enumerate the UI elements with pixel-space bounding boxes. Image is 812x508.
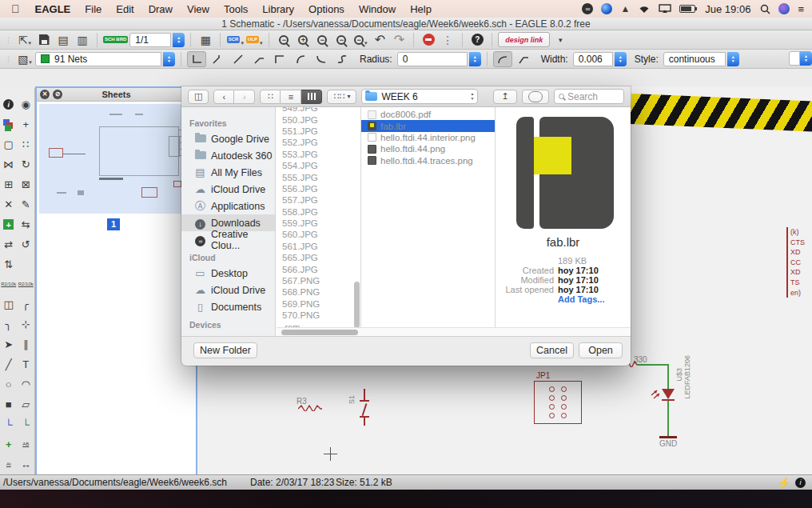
airplay-icon[interactable] — [659, 4, 671, 14]
info-tool-icon[interactable]: i — [1, 97, 17, 113]
led-symbol[interactable] — [662, 389, 675, 399]
sidebar-toggle-icon[interactable]: ◫ — [188, 90, 209, 104]
mark-tool-icon[interactable]: + — [18, 117, 34, 133]
open-file-icon[interactable]: ⇱▾ — [16, 32, 34, 48]
cancel-button[interactable]: Cancel — [530, 342, 574, 358]
cut-swap-tool-icon[interactable]: ⇅ — [1, 257, 17, 273]
icon-view-icon[interactable]: ∷ — [260, 90, 281, 104]
file-row-554-jpg[interactable]: 554.JPG — [276, 160, 360, 171]
width-stepper[interactable]: ▲▼ — [615, 52, 627, 66]
options-dots-icon[interactable]: ⋮ — [439, 32, 456, 48]
menu-item-eagle[interactable]: EAGLE — [28, 3, 78, 15]
menu-item-window[interactable]: Window — [352, 3, 403, 15]
run-ulp-icon[interactable]: ULP▾ — [245, 32, 263, 48]
layer-select-stepper[interactable]: ▲▼ — [163, 52, 175, 66]
display-layers-tool-icon[interactable] — [1, 117, 17, 133]
location-dropdown[interactable]: WEEK 6 ▲▼ — [361, 89, 478, 104]
bend-style-4-button[interactable] — [249, 51, 269, 67]
sidebar-item-creative-clou-[interactable]: ∞Creative Clou... — [181, 231, 275, 248]
style-stepper[interactable]: ▲▼ — [727, 52, 739, 66]
file-row-hello-ftdi-44-interior-png[interactable]: hello.ftdi.44.interior.png — [361, 132, 495, 143]
file-row-566-jpg[interactable]: 566.JPG — [276, 263, 360, 274]
sheet-1-badge[interactable]: 1 — [107, 218, 120, 230]
miter-straight-button[interactable] — [514, 51, 533, 67]
file-row-551-jpg[interactable]: 551.JPG — [276, 126, 360, 137]
google-drive-icon[interactable]: ▲ — [620, 3, 630, 14]
invoke-tool-icon[interactable]: ➤ — [1, 337, 17, 353]
net-tool-icon[interactable]: └ — [18, 417, 34, 433]
change-tool-icon[interactable]: ✎ — [18, 197, 34, 213]
zoom-in-icon[interactable]: + — [294, 32, 312, 48]
bus-tool-icon[interactable]: └ — [1, 417, 17, 433]
undo-icon[interactable]: ↶ — [371, 32, 388, 48]
sidebar-item-icloud-drive[interactable]: ☁iCloud Drive — [181, 181, 275, 198]
bend-style-1-button[interactable] — [187, 51, 206, 67]
bend-style-7-button[interactable] — [312, 51, 331, 67]
info-ball-icon[interactable]: i — [795, 478, 806, 488]
save-icon[interactable] — [35, 32, 53, 48]
file-row-549-jpg[interactable]: 549.JPG — [276, 107, 360, 114]
list-view-icon[interactable]: ≡ — [281, 90, 301, 104]
run-script-icon[interactable]: SCR▾ — [226, 32, 244, 48]
siri-icon[interactable] — [778, 3, 790, 14]
split-tool-icon[interactable]: ∥ — [18, 337, 34, 353]
horizontal-scrollbar[interactable] — [277, 327, 631, 336]
notification-center-icon[interactable]: ≡ — [798, 3, 804, 15]
pin-swap-tool-icon[interactable]: ⇄ — [1, 237, 17, 253]
design-link-button[interactable]: design link — [498, 32, 550, 47]
column-view-icon[interactable] — [301, 90, 322, 104]
file-row-550-jpg[interactable]: 550.JPG — [276, 114, 360, 125]
file-row-doc8006-pdf[interactable]: doc8006.pdf — [361, 109, 495, 120]
stop-icon[interactable] — [420, 32, 437, 48]
replace-tool-icon[interactable]: ↺ — [18, 237, 34, 253]
help-icon[interactable]: ? — [468, 32, 486, 48]
browser-swirl-icon[interactable] — [601, 3, 612, 14]
file-row-569-png[interactable]: 569.PNG — [276, 298, 360, 310]
arc-tool-icon[interactable]: ◠ — [18, 377, 34, 393]
add-tags-link[interactable]: Add Tags... — [558, 294, 604, 304]
panel-close-icon[interactable]: ✕ — [40, 90, 50, 99]
file-row-555-jpg[interactable]: 555.JPG — [276, 171, 360, 182]
file-row-557-jpg[interactable]: 557.JPG — [276, 194, 360, 206]
library-icon[interactable]: ▦ — [197, 32, 214, 48]
print-icon[interactable]: ▤ — [54, 32, 72, 48]
menu-item-options[interactable]: Options — [301, 3, 352, 15]
sidebar-item-all-my-files[interactable]: ▤All My Files — [181, 164, 275, 181]
value-r2-tool-icon[interactable]: R2/10k — [1, 277, 17, 293]
sidebar-item-applications[interactable]: ⒶApplications — [181, 198, 275, 214]
copy-tool-icon[interactable]: ⊞ — [1, 177, 17, 193]
panel-detach-icon[interactable]: ⊘ — [53, 90, 62, 99]
menu-item-view[interactable]: View — [180, 3, 217, 15]
gate-swap-tool-icon[interactable]: ⇆ — [18, 217, 34, 233]
text-tool-icon[interactable]: T — [18, 357, 34, 373]
sheet-number-stepper[interactable]: ▲▼ — [173, 33, 185, 47]
jp1-header-symbol[interactable] — [534, 381, 582, 424]
bend-style-6-button[interactable] — [291, 51, 310, 67]
miter-round-button[interactable] — [493, 51, 512, 67]
sheet-thumbnail[interactable] — [39, 104, 193, 214]
lightning-icon[interactable]: ⚡ — [778, 477, 790, 489]
file-row-hello-ftdi-44-traces-png[interactable]: hello.ftdi.44.traces.png — [361, 155, 495, 166]
group-select-tool-icon[interactable]: ▢ — [1, 137, 17, 153]
export-image-icon[interactable]: ▥ — [74, 32, 91, 48]
file-row-556-jpg[interactable]: 556.JPG — [276, 183, 360, 194]
spotlight-icon[interactable] — [760, 4, 770, 14]
add-part-tool-icon[interactable]: + — [1, 217, 17, 233]
menu-item-draw[interactable]: Draw — [141, 3, 180, 15]
zoom-out-icon[interactable]: − — [313, 32, 331, 48]
mark-origin-tool-icon[interactable]: ⊹ — [18, 317, 34, 333]
bend-style-2-button[interactable] — [208, 51, 227, 67]
sidebar-item-autodesk-360[interactable]: Autodesk 360 — [181, 147, 275, 164]
mirror-tool-icon[interactable]: ⋈ — [1, 157, 17, 173]
file-row-fab-lbr[interactable]: fab.lbr — [361, 120, 495, 131]
sheet-number-field[interactable]: 1/1 — [129, 33, 171, 47]
rect-tool-icon[interactable]: ■ — [1, 397, 17, 413]
sidebar-item-google-drive[interactable]: Google Drive — [181, 130, 275, 147]
redo-icon[interactable]: ↷ — [390, 32, 408, 48]
open-button[interactable]: Open — [579, 342, 623, 358]
new-folder-button[interactable]: New Folder — [193, 342, 257, 358]
bend-style-3-button[interactable] — [229, 51, 248, 67]
menu-item-tools[interactable]: Tools — [217, 3, 255, 15]
width-field[interactable]: 0.006 — [573, 52, 613, 66]
menu-item-edit[interactable]: Edit — [109, 3, 141, 15]
